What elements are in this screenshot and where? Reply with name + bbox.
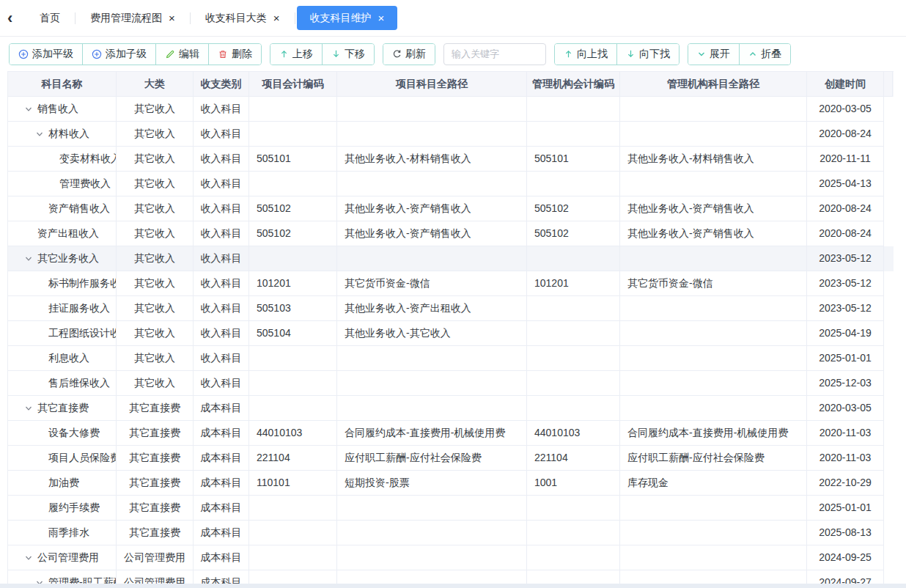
cell-org_code — [527, 521, 620, 545]
cell-name: 雨季排水 — [8, 521, 117, 545]
table-row[interactable]: 材料收入其它收入收入科目2020-08-24 — [8, 122, 894, 147]
cell-org_code: 505102 — [527, 221, 620, 246]
cell-name: 售后维保收入 — [8, 371, 117, 396]
table-row[interactable]: 管理费收入其它收入收入科目2025-04-13 — [8, 172, 894, 196]
table-row[interactable]: 挂证服务收入其它收入收入科目505103其他业务收入-资产出租收入2023-05… — [8, 296, 894, 321]
table-row[interactable]: 加油费其它直接费成本科目110101短期投资-股票1001库存现金2022-10… — [8, 471, 894, 496]
tree-indent — [15, 283, 35, 284]
cell-proj_path: 其他业务收入-资产销售收入 — [337, 221, 527, 246]
cell-org_code: 505102 — [527, 196, 620, 221]
collapse-all-button[interactable]: 折叠 — [740, 44, 790, 65]
table-row[interactable]: 变卖材料收入其它收入收入科目505101其他业务收入-材料销售收入505101其… — [8, 147, 894, 172]
cell-created: 2020-11-03 — [807, 421, 884, 446]
table-row[interactable]: 利息收入其它收入收入科目2025-01-01 — [8, 346, 894, 371]
cell-proj_path — [337, 122, 527, 147]
tab-expense-flow[interactable]: 费用管理流程图× — [77, 6, 188, 30]
tree-indent — [15, 507, 35, 508]
cell-proj_path — [337, 521, 527, 545]
table-row[interactable]: 履约手续费其它直接费成本科目2025-01-01 — [8, 496, 894, 521]
column-header-name: 科目名称 — [8, 72, 117, 97]
cell-created: 2020-08-24 — [807, 196, 884, 221]
subject-name: 其它业务收入 — [37, 246, 99, 271]
table-row[interactable]: 标书制作服务收入其它收入收入科目101201其它货币资金-微信101201其它货… — [8, 271, 894, 296]
keyword-input[interactable] — [443, 43, 546, 65]
cell-proj_code: 44010103 — [249, 421, 337, 446]
cell-io_type: 收入科目 — [194, 147, 249, 172]
table-row[interactable]: 设备大修费其它直接费成本科目44010103合同履约成本-直接费用-机械使用费4… — [8, 421, 894, 446]
tree-indent — [15, 582, 35, 583]
cell-created: 2025-01-01 — [807, 346, 884, 371]
tab-home[interactable]: 首页 — [26, 6, 73, 30]
cell-created: 2020-11-11 — [807, 147, 884, 172]
table-row[interactable]: 雨季排水其它直接费成本科目2025-08-13 — [8, 521, 894, 545]
find-up-button[interactable]: 向上找 — [555, 44, 617, 65]
column-header-created: 创建时间 — [807, 72, 884, 97]
tab-subject-maintenance[interactable]: 收支科目维护× — [297, 6, 398, 30]
table-row[interactable]: 销售收入其它收入收入科目2020-03-05 — [8, 97, 894, 122]
expand-chevron-icon[interactable] — [24, 554, 37, 562]
cell-name: 其它直接费 — [8, 396, 117, 421]
table-row[interactable]: 售后维保收入其它收入收入科目2025-12-03 — [8, 371, 894, 396]
expand-chevron-icon[interactable] — [24, 105, 37, 114]
tab-close-icon[interactable]: × — [169, 12, 175, 23]
tree-indent — [15, 233, 24, 234]
cell-created: 2020-08-24 — [807, 122, 884, 147]
button-label: 向下找 — [639, 48, 670, 61]
cell-proj_path: 其他业务收入-其它收入 — [337, 321, 527, 346]
expand-chevron-icon[interactable] — [35, 130, 48, 139]
tab-close-icon[interactable]: × — [273, 12, 280, 23]
button-label: 向上找 — [577, 48, 608, 61]
cell-proj_path: 其他业务收入-材料销售收入 — [337, 147, 527, 172]
add-child-button[interactable]: 添加子级 — [83, 44, 156, 65]
cell-io_type: 收入科目 — [194, 296, 249, 321]
expand-chevron-icon[interactable] — [24, 254, 37, 263]
table-row[interactable]: 资产销售收入其它收入收入科目505102其他业务收入-资产销售收入505102其… — [8, 196, 894, 221]
add-sibling-button[interactable]: 添加平级 — [10, 44, 83, 65]
tree-indent — [15, 457, 35, 458]
cell-created: 2024-09-25 — [807, 545, 884, 570]
table-row[interactable]: 公司管理费用公司管理费用成本科目2024-09-25 — [8, 545, 894, 570]
tab-close-icon[interactable]: × — [378, 12, 385, 23]
toolbar-button-group: 展开折叠 — [688, 43, 791, 65]
column-header-proj_code: 项目会计编码 — [249, 72, 337, 97]
edit-button[interactable]: 编辑 — [156, 44, 209, 65]
cell-org_code — [527, 545, 620, 570]
cell-proj_code — [249, 371, 337, 396]
cell-org_path — [620, 296, 807, 321]
move-up-button[interactable]: 上移 — [270, 44, 323, 65]
refresh-button[interactable]: 刷新 — [383, 44, 435, 65]
subject-name: 挂证服务收入 — [48, 296, 110, 320]
back-icon[interactable]: ‹ — [7, 10, 26, 26]
cell-io_type: 成本科目 — [194, 521, 249, 545]
cell-created: 2020-08-24 — [807, 221, 884, 246]
expand-all-button[interactable]: 展开 — [688, 44, 740, 65]
circle-plus-icon — [92, 49, 102, 59]
cell-proj_code: 101201 — [249, 271, 337, 296]
cell-proj_code — [249, 496, 337, 521]
horizontal-scrollbar[interactable] — [0, 584, 906, 588]
cell-name: 销售收入 — [8, 97, 117, 122]
table-row[interactable]: 项目人员保险费其它直接费成本科目221104应付职工薪酬-应付社会保险费2211… — [8, 446, 894, 471]
delete-button[interactable]: 删除 — [209, 44, 261, 65]
pencil-icon — [165, 49, 175, 59]
move-down-button[interactable]: 下移 — [323, 44, 374, 65]
tab-subject-category[interactable]: 收支科目大类× — [192, 6, 293, 30]
cell-proj_code: 110101 — [249, 471, 337, 496]
table-row[interactable]: 其它业务收入其它收入收入科目2023-05-12 — [8, 246, 894, 271]
cell-name: 工程图纸设计收入 — [8, 321, 117, 346]
find-down-button[interactable]: 向下找 — [617, 44, 679, 65]
cell-org_path — [620, 97, 807, 122]
table-row[interactable]: 工程图纸设计收入其它收入收入科目505104其他业务收入-其它收入2025-04… — [8, 321, 894, 346]
tab-label: 费用管理流程图 — [90, 12, 162, 25]
tree-indent — [15, 383, 35, 383]
cell-io_type: 收入科目 — [194, 371, 249, 396]
table-row[interactable]: 资产出租收入其它收入收入科目505102其他业务收入-资产销售收入505102其… — [8, 221, 894, 246]
tree-indent — [15, 183, 46, 184]
cell-created: 2025-08-13 — [807, 521, 884, 545]
cell-name: 挂证服务收入 — [8, 296, 117, 321]
cell-org_path — [620, 321, 807, 346]
table-row[interactable]: 其它直接费其它直接费成本科目2020-03-05 — [8, 396, 894, 421]
toolbar: 添加平级添加子级编辑删除上移下移刷新向上找向下找展开折叠 — [0, 37, 906, 71]
expand-chevron-icon[interactable] — [24, 404, 37, 413]
cell-created: 2022-10-29 — [807, 471, 884, 496]
